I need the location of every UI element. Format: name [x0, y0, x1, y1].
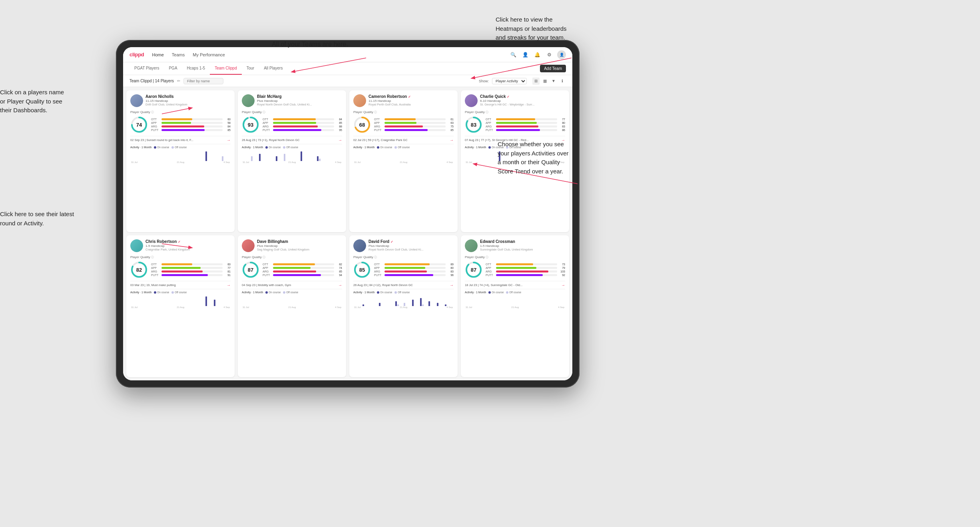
- quality-section[interactable]: 74 OTT 60 APP 58 ARG: [130, 116, 231, 133]
- chart-label: 21 Aug: [511, 306, 519, 308]
- player-card[interactable]: Blair McHarg Plus Handicap Royal North D…: [238, 90, 346, 232]
- player-card[interactable]: David Ford ✓ Plus Handicap Royal North D…: [349, 235, 458, 377]
- player-name[interactable]: Blair McHarg: [257, 94, 342, 99]
- tab-pgat[interactable]: PGAT Players: [129, 62, 164, 75]
- quality-section[interactable]: 87 OTT 82 APP 74 ARG: [242, 261, 342, 278]
- player-header: Edward Crossman 1-5 Handicap Sunningdale…: [465, 239, 565, 252]
- stats-bars: OTT 73 APP 79 ARG 103 P: [486, 263, 565, 276]
- grid-view-button[interactable]: ⊞: [532, 78, 540, 85]
- stat-name: PUTT: [374, 274, 383, 276]
- quality-section[interactable]: 82 OTT 60 APP 77 ARG: [130, 261, 231, 278]
- latest-activity: 03 Mar 23 | 19, Must make putting →: [130, 281, 231, 287]
- stat-bar-container: [496, 118, 557, 120]
- quality-circle[interactable]: 83: [465, 116, 482, 133]
- activity-arrow-icon[interactable]: →: [450, 283, 454, 287]
- stat-bar-container: [273, 118, 334, 120]
- activity-arrow-icon[interactable]: →: [227, 283, 231, 287]
- search-input[interactable]: [183, 78, 223, 84]
- top-nav: clippd Home Teams My Performance 🔍 👤 🔔 ⚙…: [123, 47, 572, 62]
- bell-icon[interactable]: 🔔: [533, 51, 541, 59]
- filter-button[interactable]: ▼: [550, 78, 557, 85]
- settings-icon[interactable]: ⚙: [545, 51, 553, 59]
- stat-bar-container: [273, 129, 334, 131]
- tab-all-players[interactable]: All Players: [259, 62, 287, 75]
- stat-value: 88: [336, 125, 342, 128]
- tab-tour[interactable]: Tour: [242, 62, 259, 75]
- chart-labels: 31 Jul21 Aug4 Sep: [353, 306, 454, 308]
- chart-bar-on: [317, 156, 319, 161]
- player-name[interactable]: Aaron Nicholls: [145, 94, 231, 99]
- stat-value: 85: [336, 270, 342, 273]
- stat-value: 60: [224, 263, 231, 266]
- activity-arrow-icon[interactable]: →: [227, 138, 231, 142]
- tab-pga[interactable]: PGA: [164, 62, 182, 75]
- chart-bar-group: [259, 154, 267, 161]
- activity-arrow-icon[interactable]: →: [450, 138, 454, 142]
- nav-my-performance[interactable]: My Performance: [193, 52, 225, 57]
- player-card[interactable]: Chris Robertson ✓ 1-5 Handicap Craigmill…: [126, 235, 235, 377]
- quality-section[interactable]: 93 OTT 84 APP 85 ARG: [242, 116, 342, 133]
- activity-title: Activity · 1 Month: [130, 291, 151, 294]
- nav-teams[interactable]: Teams: [172, 52, 185, 57]
- quality-section[interactable]: 68 OTT 61 APP 63 ARG: [353, 116, 454, 133]
- search-icon[interactable]: 🔍: [509, 51, 517, 59]
- edit-icon[interactable]: ✏: [177, 79, 180, 83]
- list-view-button[interactable]: ▦: [541, 78, 548, 85]
- player-card[interactable]: Aaron Nicholls 11-15 Handicap Drift Golf…: [126, 90, 235, 232]
- stat-bar-container: [496, 270, 557, 272]
- activity-title: Activity · 1 Month: [353, 291, 374, 294]
- player-header: Aaron Nicholls 11-15 Handicap Drift Golf…: [130, 94, 231, 107]
- stat-value: 74: [336, 266, 342, 269]
- stat-value: 77: [224, 266, 231, 269]
- player-club: Craigmillar Park, United Kingdom: [145, 248, 231, 251]
- player-header: Dave Billingham Plus Handicap Sag Maging…: [242, 239, 342, 252]
- player-name[interactable]: Chris Robertson ✓: [145, 239, 231, 244]
- chart-bars: [130, 150, 231, 161]
- activity-arrow-icon[interactable]: →: [561, 283, 565, 287]
- activity-chart-section: Activity · 1 Month On course Off course: [242, 144, 342, 164]
- chart-bar-group: [428, 301, 436, 306]
- quality-circle[interactable]: 85: [353, 261, 371, 278]
- stat-value: 61: [447, 118, 454, 121]
- user-icon[interactable]: 👤: [521, 51, 529, 59]
- player-name[interactable]: Cameron Robertson ✓: [368, 94, 454, 99]
- stat-bar: [273, 129, 321, 131]
- quality-circle[interactable]: 82: [130, 261, 148, 278]
- quality-circle[interactable]: 87: [465, 261, 482, 278]
- activity-arrow-icon[interactable]: →: [338, 138, 342, 142]
- tab-hcaps[interactable]: Hcaps 1-5: [182, 62, 210, 75]
- stat-row: PUTT 95: [263, 129, 342, 131]
- stat-name: ARG: [151, 270, 160, 273]
- player-card[interactable]: Edward Crossman 1-5 Handicap Sunningdale…: [461, 235, 569, 377]
- show-select[interactable]: Player Activity: [492, 78, 527, 84]
- quality-circle[interactable]: 87: [242, 261, 259, 278]
- quality-section[interactable]: 85 OTT 89 APP 80 ARG: [353, 261, 454, 278]
- tab-team-clippd[interactable]: Team Clippd: [210, 62, 242, 75]
- quality-circle[interactable]: 68: [353, 116, 371, 133]
- add-team-button[interactable]: Add Team: [540, 65, 566, 72]
- nav-home[interactable]: Home: [152, 52, 163, 57]
- chart-label: 21 Aug: [177, 161, 184, 163]
- player-name[interactable]: Charlie Quick ✓: [480, 94, 565, 99]
- stat-bar-container: [496, 125, 557, 127]
- player-name[interactable]: Edward Crossman: [480, 239, 565, 244]
- player-name[interactable]: Dave Billingham: [257, 239, 342, 244]
- activity-text: 03 Mar 23 | 19, Must make putting: [130, 283, 225, 287]
- player-card[interactable]: Cameron Robertson ✓ 11-15 Handicap Royal…: [349, 90, 458, 232]
- player-name[interactable]: David Ford ✓: [368, 239, 454, 244]
- quality-section[interactable]: 83 OTT 77 APP 80 ARG: [465, 116, 565, 133]
- avatar-image: [130, 239, 143, 252]
- chart-label: 31 Jul: [354, 161, 361, 163]
- player-handicap: Plus Handicap: [257, 244, 342, 248]
- avatar[interactable]: 👤: [557, 50, 566, 59]
- latest-activity: 26 Aug 23 | 73 (+1), Royal North Devon G…: [242, 136, 342, 142]
- chart-bar-off: [284, 154, 285, 161]
- chart-bar-off: [397, 304, 399, 306]
- player-card[interactable]: Dave Billingham Plus Handicap Sag Maging…: [238, 235, 346, 377]
- quality-circle[interactable]: 74: [130, 116, 148, 133]
- activity-arrow-icon[interactable]: →: [338, 283, 342, 287]
- quality-section[interactable]: 87 OTT 73 APP 79 ARG: [465, 261, 565, 278]
- info-button[interactable]: ℹ: [559, 78, 566, 85]
- quality-circle[interactable]: 93: [242, 116, 259, 133]
- stat-bar-container: [273, 263, 334, 265]
